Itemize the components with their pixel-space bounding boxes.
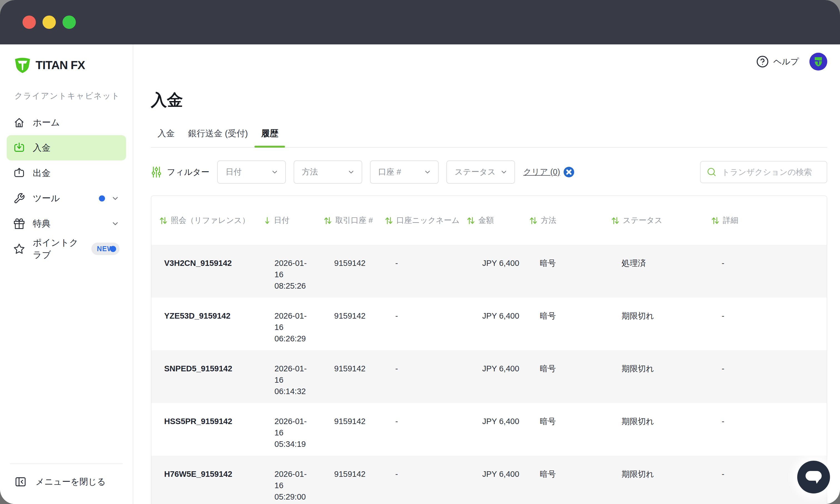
window-zoom-button[interactable]: [63, 16, 76, 29]
transactions-table: 照会（リファレンス） 日付: [151, 195, 827, 504]
sidebar-item-label: ポイントクラブ: [33, 237, 84, 261]
cell-amount: JPY 6,400: [467, 245, 529, 298]
cell-reference: HSS5PR_9159142: [151, 403, 264, 456]
cell-method: 暗号: [529, 456, 611, 504]
sidebar-item-deposit[interactable]: 入金: [7, 135, 126, 160]
cell-date: 2026-01-16 08:25:26: [264, 245, 324, 298]
filter-method-select[interactable]: 方法: [294, 160, 362, 184]
sidebar-item-tools[interactable]: ツール: [7, 186, 126, 211]
sidebar-nav: ホーム 入金: [7, 110, 126, 262]
cell-date: 2026-01-16 05:29:00: [264, 456, 324, 504]
sort-both-icon: [467, 216, 475, 225]
cell-method: 暗号: [529, 350, 611, 403]
brand-name: TITAN FX: [36, 58, 85, 72]
chat-widget-button[interactable]: [797, 461, 830, 493]
cell-amount: JPY 6,400: [467, 456, 529, 504]
wrench-icon: [13, 193, 25, 204]
sidebar-item-points-club[interactable]: ポイントクラブ NEW: [7, 236, 126, 262]
search-icon: [707, 167, 717, 177]
sidebar-item-home[interactable]: ホーム: [7, 110, 126, 135]
chevron-down-icon: [111, 194, 119, 203]
star-icon: [13, 243, 25, 255]
chevron-down-icon: [271, 168, 279, 176]
cell-nickname: -: [385, 350, 467, 403]
tab-bank-transfer[interactable]: 銀行送金 (受付): [182, 128, 254, 147]
search-input[interactable]: [722, 168, 826, 177]
window-minimize-button[interactable]: [42, 16, 56, 29]
cell-details: -: [711, 245, 827, 298]
cell-method: 暗号: [529, 245, 611, 298]
table-row: YZE53D_9159142 2026-01-16 06:26:29 91591…: [151, 298, 827, 350]
sidebar-item-label: ツール: [33, 192, 60, 204]
cell-amount: JPY 6,400: [467, 298, 529, 350]
table-row: SNPED5_9159142 2026-01-16 06:14:32 91591…: [151, 350, 827, 403]
sort-both-icon: [711, 216, 719, 225]
cell-account: 9159142: [324, 245, 385, 298]
column-header-trading-account[interactable]: 取引口座 #: [324, 196, 385, 245]
sort-both-icon: [611, 216, 619, 225]
chat-bubble-icon: [804, 469, 823, 485]
cell-reference: SNPED5_9159142: [151, 350, 264, 403]
cell-status: 処理済: [611, 245, 711, 298]
notification-dot: [110, 246, 116, 252]
titanfx-shield-icon: [14, 57, 31, 73]
gift-icon: [13, 218, 25, 230]
cell-status: 期限切れ: [611, 298, 711, 350]
sort-both-icon: [324, 216, 332, 225]
cell-reference: V3H2CN_9159142: [151, 245, 264, 298]
main-content: ヘルプ 入金 入金 銀行送金 (受付) 履歴: [133, 44, 840, 504]
sidebar-item-label: 入金: [33, 142, 51, 154]
clear-x-icon: [563, 166, 575, 178]
cell-details: -: [711, 403, 827, 456]
clear-filters-button[interactable]: クリア (0): [523, 166, 575, 178]
cell-method: 暗号: [529, 298, 611, 350]
table-row: V3H2CN_9159142 2026-01-16 08:25:26 91591…: [151, 245, 827, 298]
window-titlebar: [0, 0, 840, 44]
cell-account: 9159142: [324, 350, 385, 403]
tab-deposit[interactable]: 入金: [151, 128, 182, 147]
home-icon: [13, 117, 25, 128]
filter-status-select[interactable]: ステータス: [446, 160, 515, 184]
close-menu-button[interactable]: メニューを閉じる: [0, 464, 133, 488]
sort-both-icon: [529, 216, 537, 225]
column-header-status[interactable]: ステータス: [611, 196, 711, 245]
sidebar: TITAN FX クライアントキャビネット ホーム: [0, 44, 133, 504]
sort-both-icon: [385, 216, 393, 225]
column-header-amount[interactable]: 金額: [467, 196, 529, 245]
cell-date: 2026-01-16 05:34:19: [264, 403, 324, 456]
filter-date-select[interactable]: 日付: [217, 160, 286, 184]
notification-dot: [99, 195, 105, 201]
cell-status: 期限切れ: [611, 403, 711, 456]
sidebar-item-withdraw[interactable]: 出金: [7, 160, 126, 186]
search-box: [700, 161, 827, 183]
cell-details: -: [711, 298, 827, 350]
cell-date: 2026-01-16 06:14:32: [264, 350, 324, 403]
cell-account: 9159142: [324, 456, 385, 504]
cell-reference: H76W5E_9159142: [151, 456, 264, 504]
filter-account-select[interactable]: 口座 #: [370, 160, 439, 184]
column-header-details[interactable]: 詳細: [711, 196, 827, 245]
cell-status: 期限切れ: [611, 350, 711, 403]
chevron-down-icon: [500, 168, 508, 176]
chevron-down-icon: [347, 168, 355, 176]
tab-history[interactable]: 履歴: [254, 128, 285, 147]
help-button[interactable]: ヘルプ: [756, 55, 799, 68]
deposit-icon: [13, 142, 25, 154]
sidebar-item-benefits[interactable]: 特典: [7, 211, 126, 236]
cell-status: 期限切れ: [611, 456, 711, 504]
cell-nickname: -: [385, 456, 467, 504]
filter-row: フィルター 日付 方法 口座 #: [151, 160, 827, 184]
cell-date: 2026-01-16 06:26:29: [264, 298, 324, 350]
column-header-account-nickname[interactable]: 口座ニックネーム: [385, 196, 467, 245]
sidebar-item-label: 特典: [33, 218, 51, 230]
cell-amount: JPY 6,400: [467, 350, 529, 403]
brand-logo[interactable]: TITAN FX: [14, 57, 133, 73]
avatar[interactable]: [809, 53, 827, 71]
sidebar-item-label: ホーム: [33, 116, 60, 129]
column-header-reference[interactable]: 照会（リファレンス）: [151, 196, 264, 245]
column-header-method[interactable]: 方法: [529, 196, 611, 245]
window-close-button[interactable]: [22, 16, 36, 29]
collapse-sidebar-icon: [14, 476, 27, 488]
column-header-date[interactable]: 日付: [264, 196, 324, 245]
sidebar-item-label: 出金: [33, 167, 51, 179]
